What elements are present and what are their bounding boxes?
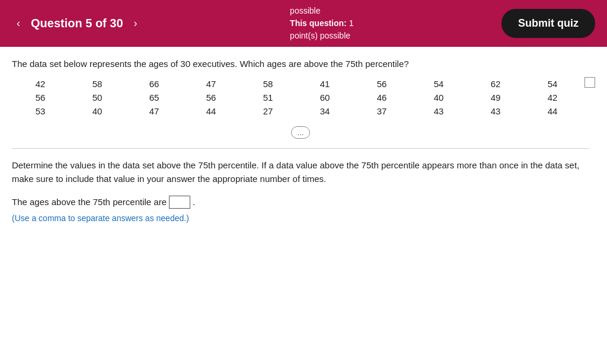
hint-text: (Use a comma to separate answers as need… xyxy=(12,213,589,223)
data-cell: 54 xyxy=(524,77,581,91)
data-cell: 27 xyxy=(239,104,296,118)
data-cell: 50 xyxy=(69,91,126,104)
data-cell: 34 xyxy=(296,104,353,118)
points-section: possible This question: 1 point(s) possi… xyxy=(290,5,353,42)
data-cell: 47 xyxy=(183,77,239,91)
data-cell: 44 xyxy=(524,104,581,118)
data-cell: 60 xyxy=(296,91,353,104)
data-cell: 40 xyxy=(410,91,467,104)
answer-prefix: The ages above the 75th percentile are xyxy=(12,197,167,207)
data-cell: 58 xyxy=(69,77,126,91)
data-cell: 37 xyxy=(353,104,410,118)
data-cell: 66 xyxy=(126,77,183,91)
data-cell: 44 xyxy=(183,104,239,118)
data-cell: 54 xyxy=(410,77,467,91)
points-possible-text: point(s) possible xyxy=(290,30,353,42)
prev-question-button[interactable]: ‹ xyxy=(12,15,25,32)
data-cell: 46 xyxy=(353,91,410,104)
table-corner-icon xyxy=(584,77,595,88)
this-question-value: 1 xyxy=(349,18,354,28)
section-divider xyxy=(12,148,589,149)
data-table-wrapper: 42 58 66 47 58 41 56 54 62 54 56 50 65 5… xyxy=(12,77,589,118)
data-cell: 43 xyxy=(467,104,524,118)
data-cell: 58 xyxy=(239,77,296,91)
data-cell: 65 xyxy=(126,91,183,104)
data-cell: 40 xyxy=(69,104,126,118)
this-question-label: This question: xyxy=(290,18,347,28)
data-cell: 62 xyxy=(467,77,524,91)
next-question-button[interactable]: › xyxy=(129,15,142,32)
data-cell: 53 xyxy=(12,104,69,118)
data-cell: 41 xyxy=(296,77,353,91)
answer-line: The ages above the 75th percentile are . xyxy=(12,196,589,209)
instruction-text: Determine the values in the data set abo… xyxy=(12,158,589,186)
data-cell: 56 xyxy=(183,91,239,104)
ellipsis-row: ... xyxy=(12,126,589,139)
submit-quiz-button[interactable]: Submit quiz xyxy=(501,9,595,38)
question-counter: Question 5 of 30 xyxy=(31,17,123,30)
data-cell: 43 xyxy=(410,104,467,118)
answer-input[interactable] xyxy=(169,196,190,209)
question-text: The data set below represents the ages o… xyxy=(12,59,589,69)
data-cell: 42 xyxy=(12,77,69,91)
data-cell: 49 xyxy=(467,91,524,104)
ellipsis-pill: ... xyxy=(291,126,311,139)
points-possible-label: possible xyxy=(290,5,353,17)
this-question-info: This question: 1 xyxy=(290,17,353,30)
nav-section: ‹ Question 5 of 30 › xyxy=(12,15,142,32)
answer-suffix: . xyxy=(193,197,195,207)
data-cell: 47 xyxy=(126,104,183,118)
quiz-header: ‹ Question 5 of 30 › possible This quest… xyxy=(0,0,607,47)
data-cell: 56 xyxy=(353,77,410,91)
data-cell: 42 xyxy=(524,91,581,104)
main-content: The data set below represents the ages o… xyxy=(0,47,607,235)
data-cell: 56 xyxy=(12,91,69,104)
data-cell: 51 xyxy=(239,91,296,104)
data-table: 42 58 66 47 58 41 56 54 62 54 56 50 65 5… xyxy=(12,77,581,118)
